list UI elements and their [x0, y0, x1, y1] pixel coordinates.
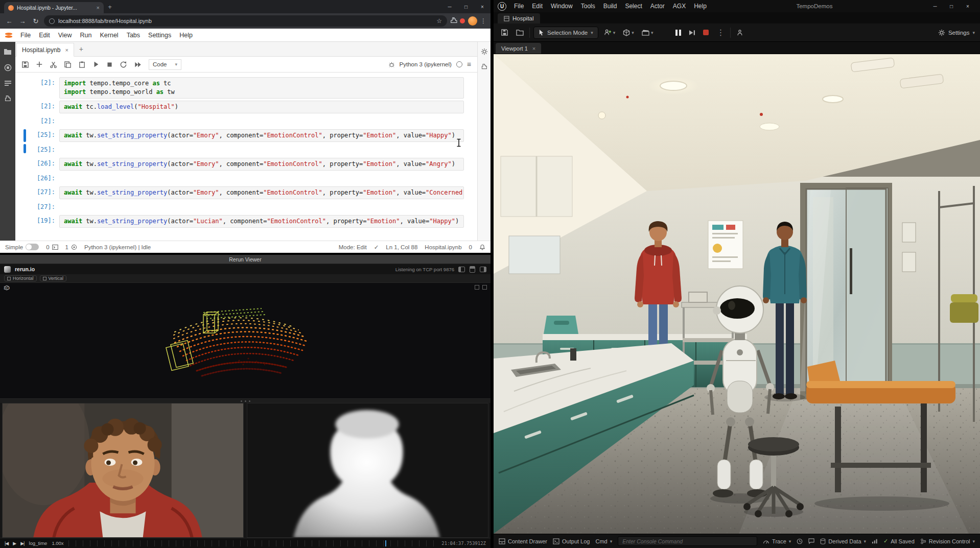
cell-output-prompt[interactable]: [27]: [24, 201, 464, 210]
layout-vertical-button[interactable]: Vertical [40, 275, 67, 281]
timeline-playhead[interactable] [385, 540, 386, 546]
debugger-bug-icon[interactable] [388, 61, 395, 68]
cmd-dropdown[interactable]: Cmd ▾ [595, 538, 612, 544]
cut-cell-icon[interactable] [50, 61, 57, 68]
timeline-play-icon[interactable]: ▶ [13, 541, 16, 546]
stop-kernel-icon[interactable] [106, 61, 113, 68]
trace-dropdown[interactable]: Trace ▾ [763, 538, 791, 544]
layout-horizontal-button[interactable]: Horizontal [4, 275, 37, 281]
profile-avatar[interactable] [468, 16, 477, 26]
forward-button[interactable]: → [17, 17, 28, 25]
minimize-button[interactable]: ─ [441, 0, 458, 13]
kernel-name[interactable]: Python 3 (ipykernel) [400, 61, 452, 67]
ue-menu-window[interactable]: Window [547, 3, 576, 10]
output-log-button[interactable]: Output Log [553, 538, 590, 544]
wall-poster[interactable] [708, 221, 743, 269]
notifications-count[interactable]: 0 [469, 244, 472, 250]
close-button[interactable]: × [474, 0, 491, 13]
code-cell[interactable]: [25]:await tw.set_string_property(actor=… [24, 129, 464, 142]
bookmark-star-icon[interactable]: ☆ [436, 17, 442, 25]
derived-data-dropdown[interactable]: Derived Data ▾ [820, 538, 866, 544]
timeline-name[interactable]: log_time [29, 540, 47, 546]
new-tab-button[interactable]: + [104, 3, 116, 11]
extension-manager-icon[interactable] [4, 95, 11, 102]
timeline-next-icon[interactable]: ▶| [20, 541, 24, 546]
jupyter-menu-tabs[interactable]: Tabs [123, 32, 144, 39]
panel-splitter[interactable] [0, 399, 491, 403]
run-cell-icon[interactable] [92, 61, 100, 68]
site-info-icon[interactable] [49, 18, 55, 24]
back-button[interactable]: ← [4, 17, 14, 25]
debugger-sidebar-icon[interactable] [481, 63, 487, 70]
save-status[interactable]: ✓ All Saved [883, 538, 915, 544]
tab-close-icon[interactable]: × [97, 5, 100, 11]
address-bar[interactable]: localhost:8888/lab/tree/Hospital.ipynb ☆ [44, 15, 447, 27]
cell-editor[interactable]: import tempo.tempo_core as tcimport temp… [59, 77, 464, 99]
close-button[interactable]: × [960, 0, 976, 12]
right-panel-toggle-icon[interactable] [480, 267, 486, 272]
cell-editor[interactable]: await tw.set_string_property(actor="Emor… [59, 158, 464, 171]
pause-simulation-button[interactable] [673, 27, 683, 39]
play-options-kebab[interactable]: ⋮ [714, 27, 727, 39]
running-kernels-icon[interactable] [4, 64, 12, 72]
revision-control-dropdown[interactable]: Revision Control ▾ [920, 538, 975, 544]
ue-menu-tools[interactable]: Tools [577, 3, 599, 10]
storage-basket[interactable] [544, 316, 578, 334]
jupyter-menu-kernel[interactable]: Kernel [96, 32, 123, 39]
restart-kernel-icon[interactable] [120, 61, 127, 68]
ue-menu-build[interactable]: Build [600, 3, 621, 10]
minimize-button[interactable]: ─ [927, 0, 943, 12]
rerun-3d-view[interactable]: 3D [0, 282, 491, 399]
jupyter-menu-file[interactable]: File [16, 32, 35, 39]
cell-editor[interactable]: await tw.set_string_property(actor="Emor… [59, 186, 464, 199]
unreal-viewport[interactable] [494, 54, 980, 534]
run-all-cells-icon[interactable] [134, 61, 142, 68]
content-drawer-button[interactable]: Content Drawer [499, 538, 547, 544]
timeline-ruler[interactable] [68, 540, 437, 546]
save-icon[interactable] [21, 61, 29, 68]
left-panel-toggle-icon[interactable] [458, 267, 465, 272]
ue-menu-edit[interactable]: Edit [528, 3, 546, 10]
ceiling-light[interactable] [760, 123, 779, 130]
panel-3d-controls[interactable] [475, 285, 487, 290]
viewport-settings-dropdown[interactable]: Settings ▾ [938, 29, 975, 36]
level-tab[interactable]: Hospital [498, 13, 540, 23]
toggle-switch[interactable] [26, 244, 39, 250]
ue-menu-help[interactable]: Help [690, 3, 710, 10]
jupyter-menu-view[interactable]: View [54, 32, 76, 39]
browse-levels-button[interactable] [514, 27, 526, 39]
cell-type-dropdown[interactable]: Code ▾ [149, 59, 181, 70]
ue-menu-select[interactable]: Select [621, 3, 645, 10]
browser-tab[interactable]: Hospital.ipynb - Jupyter... × [4, 2, 104, 13]
cell-editor[interactable]: await tw.set_string_property(actor="Luci… [59, 215, 464, 228]
cursor-position[interactable]: Ln 1, Col 88 [386, 244, 417, 250]
rgb-camera-panel[interactable] [2, 403, 244, 538]
code-cell[interactable]: [2]:import tempo.tempo_core as tcimport … [24, 77, 464, 99]
notebook-panel-menu-icon[interactable]: ≡ [467, 60, 471, 68]
jupyter-menu-help[interactable]: Help [175, 32, 197, 39]
jupyter-menu-settings[interactable]: Settings [144, 32, 175, 39]
cell-editor[interactable]: await tc.load_level("Hospital") [59, 101, 464, 113]
notebook-tab[interactable]: Hospital.ipynb × [16, 43, 74, 57]
reload-button[interactable]: ↻ [31, 17, 41, 25]
cell-output-prompt[interactable]: [26]: [24, 173, 464, 182]
recording-extension-icon[interactable] [460, 18, 465, 23]
rerun-titlebar[interactable]: Rerun Viewer [0, 255, 491, 264]
browser-menu-icon[interactable]: ⋮ [480, 17, 486, 25]
cell-output-prompt[interactable]: [25]: [24, 144, 464, 153]
new-notebook-tab-button[interactable]: + [74, 45, 88, 53]
frame-skip-button[interactable] [687, 27, 697, 39]
ceiling-light[interactable] [823, 96, 843, 103]
console-command-input[interactable] [618, 536, 757, 546]
maximize-button[interactable]: □ [943, 0, 960, 12]
ue-menu-actor[interactable]: Actor [647, 3, 668, 10]
kernels-count[interactable]: 1 [65, 244, 77, 250]
possess-player-button[interactable] [734, 27, 745, 39]
notebook-tab-close-icon[interactable]: × [65, 47, 68, 53]
ceiling-light[interactable] [660, 81, 687, 90]
wall-frame[interactable] [902, 252, 916, 272]
code-cell[interactable]: [26]:await tw.set_string_property(actor=… [24, 158, 464, 171]
viewport-tab[interactable]: Viewport 1 × [496, 43, 541, 54]
blueprints-button[interactable]: ▾ [621, 27, 636, 39]
quick-add-actor-button[interactable]: ▾ [602, 27, 618, 39]
